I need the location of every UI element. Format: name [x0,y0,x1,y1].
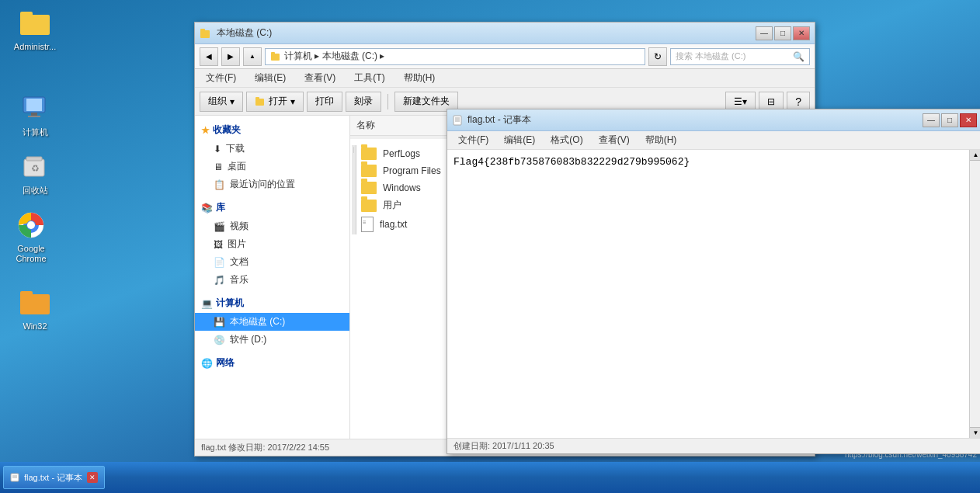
svg-rect-12 [271,54,280,61]
favorites-header[interactable]: ★ 收藏夹 [195,120,349,140]
notepad-menu-format[interactable]: 格式(O) [544,132,589,148]
desktop-label: 桌面 [228,160,246,173]
toolbar-burn[interactable]: 刻录 [346,92,381,112]
forward-button[interactable]: ▶ [221,47,240,66]
desktop-icon-computer[interactable]: 计算机 [8,93,62,137]
computer-label: 计算机 [216,297,244,310]
address-path-text: 计算机 ▸ 本地磁盘 (C:) ▸ [284,50,384,63]
download-label: 下载 [226,142,245,155]
notepad-menu-edit[interactable]: 编辑(E) [498,132,541,148]
address-path-box[interactable]: 计算机 ▸ 本地磁盘 (C:) ▸ [265,48,645,65]
toolbar-print[interactable]: 打印 [307,92,342,112]
computer-header[interactable]: 💻 计算机 [195,293,349,313]
notepad-menu-view[interactable]: 查看(V) [593,132,636,148]
users-folder-icon [361,200,377,212]
refresh-button[interactable]: ↻ [648,47,667,66]
notepad-close-button[interactable]: ✕ [960,113,977,127]
network-header[interactable]: 🌐 网络 [195,353,349,373]
taskbar: flag.txt - 记事本 ✕ [0,462,980,493]
status-text: flag.txt 修改日期: 2017/2/22 14:55 [201,442,329,453]
menu-tools[interactable]: 工具(T) [348,70,391,86]
svg-rect-11 [200,29,205,31]
explorer-titlebar: 本地磁盘 (C:) — □ ✕ [195,23,815,44]
svg-rect-5 [26,157,42,161]
video-icon: 🎬 [214,221,225,232]
toolbar-organize[interactable]: 组织 ▾ [200,92,243,112]
taskbar-notepad-icon [10,473,19,482]
minimize-button[interactable]: — [756,26,773,40]
chrome-icon-label: GoogleChrome [16,244,46,264]
music-label: 音乐 [230,273,248,286]
svg-rect-3 [28,116,40,117]
scroll-up-button[interactable]: ▲ [970,150,980,161]
notepad-scrollbar[interactable]: ▲ ▼ [969,150,980,438]
menu-file[interactable]: 文件(F) [200,70,242,86]
explorer-left-panel: ★ 收藏夹 ⬇ 下载 🖥 桌面 📋 最近访问的位置 📚 库 🎬 [195,116,350,439]
notepad-menu-help[interactable]: 帮助(H) [639,132,683,148]
svg-rect-15 [255,97,259,99]
menu-edit[interactable]: 编辑(E) [248,70,292,86]
toolbar-open[interactable]: 打开 ▾ [246,92,304,112]
panel-item-c-drive[interactable]: 💾 本地磁盘 (C:) [195,313,349,331]
programfiles-name: Program Files [383,165,441,176]
c-drive-label: 本地磁盘 (C:) [230,315,285,328]
back-button[interactable]: ◀ [200,47,218,66]
search-placeholder: 搜索 本地磁盘 (C:) [676,50,745,62]
windows-name: Windows [383,182,421,193]
explorer-title-area: 本地磁盘 (C:) [200,26,272,40]
panel-item-recent[interactable]: 📋 最近访问的位置 [195,175,349,193]
notepad-window: flag.txt - 记事本 — □ ✕ 文件(F) 编辑(E) 格式(O) 查… [447,109,980,454]
explorer-window-controls: — □ ✕ [756,26,810,40]
libraries-header[interactable]: 📚 库 [195,198,349,217]
perflogs-name: PerfLogs [383,148,420,159]
svg-rect-10 [200,30,210,38]
notepad-maximize-button[interactable]: □ [941,113,958,127]
search-box[interactable]: 搜索 本地磁盘 (C:) 🔍 [670,48,810,65]
open-arrow: ▾ [290,96,295,107]
open-label: 打开 [269,95,287,108]
desktop-icon-admin[interactable]: Administr... [8,8,62,52]
taskbar-close-button[interactable]: ✕ [87,472,98,483]
notepad-status-text: 创建日期: 2017/1/11 20:35 [454,440,554,452]
organize-label: 组织 [208,95,227,108]
path-folder-icon [270,51,281,62]
close-button[interactable]: ✕ [793,26,810,40]
network-icon: 🌐 [201,358,213,369]
panel-item-desktop[interactable]: 🖥 桌面 [195,158,349,175]
users-name: 用户 [383,199,401,212]
panel-item-music[interactable]: 🎵 音乐 [195,271,349,289]
desktop-icon-chrome[interactable]: GoogleChrome [4,210,58,264]
notepad-menu-bar: 文件(F) 编辑(E) 格式(O) 查看(V) 帮助(H) [447,131,980,150]
music-icon: 🎵 [214,275,225,286]
panel-item-documents[interactable]: 📄 文档 [195,253,349,271]
menu-view[interactable]: 查看(V) [298,70,342,86]
computer-icon-label: 计算机 [23,127,48,137]
d-drive-label: 软件 (D:) [230,333,266,346]
recycle-icon: ♻ [19,151,50,182]
notepad-content-area[interactable]: Flag4{238fb735876083b832229d279b995062} [447,150,969,438]
pictures-icon: 🖼 [214,239,223,250]
scroll-down-button[interactable]: ▼ [970,427,980,438]
print-label: 打印 [315,95,334,108]
panel-item-video[interactable]: 🎬 视频 [195,217,349,235]
recent-label: 最近访问的位置 [230,178,295,191]
panel-item-d-drive[interactable]: 💿 软件 (D:) [195,331,349,349]
d-drive-icon: 💿 [214,335,225,345]
taskbar-notepad-item[interactable]: flag.txt - 记事本 ✕ [3,466,105,489]
panel-item-download[interactable]: ⬇ 下载 [195,140,349,158]
maximize-button[interactable]: □ [774,26,791,40]
documents-icon: 📄 [214,257,225,268]
notepad-title-text: flag.txt - 记事本 [467,113,531,127]
notepad-minimize-button[interactable]: — [923,113,940,127]
menu-help[interactable]: 帮助(H) [398,70,442,86]
win32-folder-icon [19,287,50,318]
svg-point-9 [27,221,35,229]
desktop-icon-small: 🖥 [214,161,223,172]
recycle-icon-label: 回收站 [23,186,48,196]
up-button[interactable]: ▲ [243,47,262,66]
flagtxt-icon [361,217,374,232]
panel-item-pictures[interactable]: 🖼 图片 [195,235,349,253]
notepad-menu-file[interactable]: 文件(F) [452,132,495,148]
desktop-icon-recycle[interactable]: ♻ 回收站 [8,151,62,196]
desktop-icon-win32[interactable]: Win32 [8,287,62,332]
